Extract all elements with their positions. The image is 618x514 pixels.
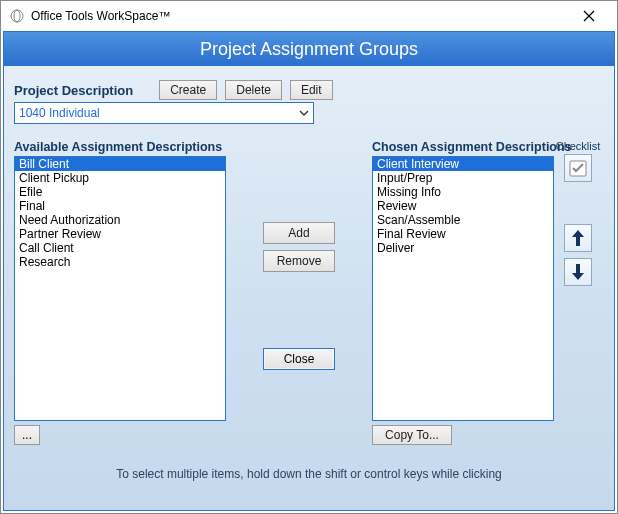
- svg-point-1: [14, 10, 20, 22]
- middle-column: Add Remove Close: [226, 140, 372, 370]
- svg-point-0: [11, 10, 23, 22]
- arrow-up-icon: [571, 229, 585, 247]
- page-title: Project Assignment Groups: [200, 39, 418, 60]
- page-title-banner: Project Assignment Groups: [4, 32, 614, 66]
- move-down-button[interactable]: [564, 258, 592, 286]
- copy-to-button[interactable]: Copy To...: [372, 425, 452, 445]
- dialog-body: Project Assignment Groups Project Descri…: [3, 31, 615, 511]
- project-description-value: 1040 Individual: [19, 106, 100, 120]
- titlebar: Office Tools WorkSpace™: [1, 1, 617, 31]
- available-title: Available Assignment Descriptions: [14, 140, 226, 154]
- list-item[interactable]: Client Pickup: [15, 171, 225, 185]
- window-title: Office Tools WorkSpace™: [31, 9, 170, 23]
- checklist-button[interactable]: [564, 154, 592, 182]
- list-item[interactable]: Client Interview: [373, 157, 553, 171]
- columns: Available Assignment Descriptions Bill C…: [14, 140, 604, 445]
- list-item[interactable]: Final: [15, 199, 225, 213]
- window: Office Tools WorkSpace™ Project Assignme…: [0, 0, 618, 514]
- available-list[interactable]: Bill ClientClient PickupEfileFinalNeed A…: [14, 156, 226, 421]
- list-item[interactable]: Scan/Assemble: [373, 213, 553, 227]
- chosen-column: Chosen Assignment Descriptions Client In…: [372, 140, 554, 445]
- hint-text: To select multiple items, hold down the …: [14, 467, 604, 481]
- more-button[interactable]: ...: [14, 425, 40, 445]
- content: Project Description Create Delete Edit 1…: [4, 66, 614, 510]
- chevron-down-icon: [299, 108, 309, 118]
- project-row: Project Description Create Delete Edit: [14, 80, 604, 100]
- close-icon: [583, 10, 595, 22]
- list-item[interactable]: Call Client: [15, 241, 225, 255]
- project-description-select[interactable]: 1040 Individual: [14, 102, 314, 124]
- list-item[interactable]: Need Authorization: [15, 213, 225, 227]
- delete-button[interactable]: Delete: [225, 80, 282, 100]
- list-item[interactable]: Partner Review: [15, 227, 225, 241]
- create-button[interactable]: Create: [159, 80, 217, 100]
- edit-button[interactable]: Edit: [290, 80, 333, 100]
- list-item[interactable]: Final Review: [373, 227, 553, 241]
- add-button[interactable]: Add: [263, 222, 335, 244]
- list-item[interactable]: Review: [373, 199, 553, 213]
- list-item[interactable]: Missing Info: [373, 185, 553, 199]
- list-item[interactable]: Deliver: [373, 241, 553, 255]
- arrow-down-icon: [571, 263, 585, 281]
- project-description-label: Project Description: [14, 83, 133, 98]
- app-icon: [9, 8, 25, 24]
- available-column: Available Assignment Descriptions Bill C…: [14, 140, 226, 445]
- side-column: Checklist: [560, 140, 596, 292]
- chosen-title: Chosen Assignment Descriptions: [372, 140, 554, 154]
- remove-button[interactable]: Remove: [263, 250, 335, 272]
- list-item[interactable]: Research: [15, 255, 225, 269]
- list-item[interactable]: Bill Client: [15, 157, 225, 171]
- list-item[interactable]: Input/Prep: [373, 171, 553, 185]
- chosen-list[interactable]: Client InterviewInput/PrepMissing InfoRe…: [372, 156, 554, 421]
- list-item[interactable]: Efile: [15, 185, 225, 199]
- checklist-icon: [568, 158, 588, 178]
- close-button[interactable]: Close: [263, 348, 335, 370]
- move-up-button[interactable]: [564, 224, 592, 252]
- checklist-label: Checklist: [556, 140, 601, 152]
- close-window-button[interactable]: [569, 1, 609, 31]
